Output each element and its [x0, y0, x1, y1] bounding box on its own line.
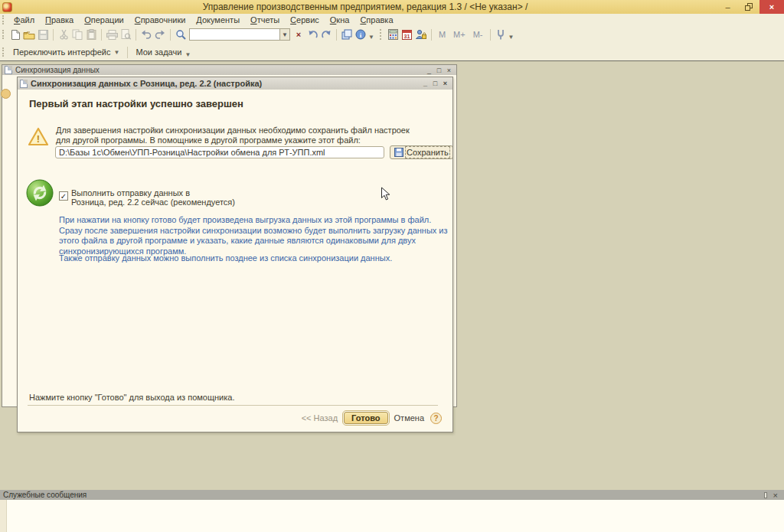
- chevron-down-icon: ▼: [114, 49, 120, 56]
- assistant-window-title: Синхронизация данных с Розница, ред. 2.2…: [31, 79, 420, 88]
- menu-documents[interactable]: Документы: [191, 15, 245, 24]
- finish-button[interactable]: Готово: [344, 412, 387, 424]
- toolbar-grip[interactable]: [380, 29, 383, 40]
- send-now-checkbox-label[interactable]: Выполнить отправку данных в Розница, ред…: [71, 188, 235, 207]
- assistant-body: Первый этап настройки успешно завершен !…: [18, 90, 452, 432]
- find-previous-icon[interactable]: [305, 28, 319, 41]
- pin-icon[interactable]: [764, 492, 767, 498]
- calculator-icon[interactable]: [387, 28, 400, 41]
- sync-assistant-window: Синхронизация данных с Розница, ред. 2.2…: [17, 77, 453, 432]
- app-title: Управление производственным предприятием…: [12, 2, 718, 12]
- window-maximize-button[interactable]: □: [430, 80, 440, 87]
- menu-service[interactable]: Сервис: [285, 15, 325, 24]
- menu-operations[interactable]: Операции: [79, 15, 129, 24]
- menu-reports[interactable]: Отчеты: [245, 15, 285, 24]
- print-icon[interactable]: [105, 28, 119, 41]
- save-button[interactable]: Сохранить: [390, 145, 452, 159]
- save-instruction: Для завершения настройки синхронизации д…: [56, 126, 410, 145]
- toolbar-separator: [336, 29, 337, 41]
- toolbar-grip[interactable]: [2, 47, 5, 57]
- app-titlebar: Управление производственным предприятием…: [0, 0, 784, 14]
- menubar-grip[interactable]: [2, 15, 5, 24]
- user-permissions-icon[interactable]: [414, 28, 428, 41]
- menu-windows[interactable]: Окна: [325, 15, 355, 24]
- sync-list-window-title: Синхронизация данных: [15, 66, 424, 74]
- paste-icon[interactable]: [84, 28, 98, 41]
- save-button-label: Сохранить: [407, 148, 449, 157]
- messages-close-button[interactable]: ×: [773, 491, 778, 500]
- assistant-titlebar[interactable]: Синхронизация данных с Розница, ред. 2.2…: [18, 77, 452, 90]
- chevron-down-icon: ▼: [185, 51, 191, 58]
- toolbar-grip[interactable]: [2, 30, 5, 39]
- copy-icon[interactable]: [70, 28, 84, 41]
- window-maximize-button[interactable]: □: [434, 67, 444, 74]
- app-restore-button[interactable]: [739, 2, 758, 12]
- help-button[interactable]: ?: [430, 413, 442, 424]
- memory-subtract-button[interactable]: M-: [469, 30, 487, 39]
- my-tasks-button[interactable]: Мои задачи ▼: [131, 45, 195, 59]
- svg-text:!: !: [37, 133, 40, 145]
- service-icon[interactable]: [494, 28, 508, 41]
- send-now-label-line2: Розница, ред. 2.2 сейчас (рекомендуется): [71, 197, 235, 207]
- note-primary: При нажатии на кнопку готово будет произ…: [59, 215, 448, 256]
- page-title: Первый этап настройки успешно завершен: [29, 98, 243, 109]
- windows-icon[interactable]: [340, 28, 354, 41]
- memory-recall-button[interactable]: M: [435, 30, 449, 39]
- toolbar-separator: [136, 29, 136, 41]
- open-icon[interactable]: [22, 28, 36, 41]
- window-close-button[interactable]: ×: [440, 80, 450, 87]
- send-now-checkbox[interactable]: [59, 191, 68, 201]
- app-minimize-button[interactable]: –: [718, 2, 737, 12]
- switch-interface-button[interactable]: Переключить интерфейс ▼: [8, 47, 124, 57]
- menu-edit[interactable]: Правка: [40, 15, 79, 24]
- cut-icon[interactable]: [57, 28, 70, 41]
- search-clear-icon[interactable]: ×: [292, 28, 305, 41]
- messages-panel-title: Служебные сообщения: [3, 491, 764, 499]
- window-minimize-button[interactable]: _: [420, 80, 430, 87]
- back-button[interactable]: << Назад: [302, 413, 338, 423]
- cancel-button[interactable]: Отмена: [394, 413, 424, 423]
- toolbar-separator: [101, 29, 102, 41]
- document-icon: [5, 66, 12, 74]
- menu-catalogs[interactable]: Справочники: [129, 15, 191, 24]
- window-minimize-button[interactable]: _: [424, 67, 434, 74]
- search-dropdown-icon[interactable]: ▼: [279, 28, 290, 41]
- restore-icon: [745, 3, 753, 11]
- redo-icon[interactable]: [153, 28, 167, 41]
- toolbar-separator: [431, 29, 432, 41]
- info-icon[interactable]: i: [354, 28, 368, 41]
- window-close-button[interactable]: ×: [444, 67, 454, 74]
- settings-file-path-input[interactable]: [55, 146, 384, 158]
- messages-left-margin: [0, 500, 7, 532]
- app-close-button[interactable]: ×: [760, 0, 784, 14]
- menubar: Файл Правка Операции Справочники Докумен…: [0, 14, 784, 25]
- service-dropdown-icon[interactable]: ▼: [508, 34, 514, 41]
- undo-icon[interactable]: [139, 28, 153, 41]
- document-icon: [20, 80, 28, 88]
- hidden-icon: [1, 89, 11, 99]
- messages-panel-header[interactable]: Служебные сообщения ×: [0, 490, 784, 500]
- find-icon[interactable]: [174, 28, 188, 41]
- menu-help[interactable]: Справка: [354, 15, 398, 24]
- app-1c-logo-icon: [2, 2, 12, 12]
- search-box: ▼: [189, 28, 290, 41]
- new-document-icon[interactable]: [8, 28, 22, 41]
- main-toolbar: ▼ × i ▼ 31 M M+ M- ▼: [0, 25, 784, 44]
- svg-text:31: 31: [404, 34, 410, 39]
- secondary-toolbar: Переключить интерфейс ▼ Мои задачи ▼: [0, 44, 784, 60]
- divider: [28, 405, 438, 406]
- find-next-icon[interactable]: [319, 28, 333, 41]
- calendar-icon[interactable]: 31: [400, 28, 414, 41]
- toolbar-separator: [490, 29, 491, 41]
- info-dropdown-icon[interactable]: ▼: [368, 34, 374, 41]
- save-icon[interactable]: [36, 28, 50, 41]
- mouse-cursor: [381, 187, 390, 204]
- print-preview-icon[interactable]: [119, 28, 132, 41]
- messages-panel-body: [0, 500, 784, 532]
- menu-file[interactable]: Файл: [8, 15, 40, 24]
- save-instruction-line1: Для завершения настройки синхронизации д…: [56, 126, 410, 135]
- sync-list-titlebar[interactable]: Синхронизация данных _ □ ×: [2, 65, 456, 75]
- footer-hint: Нажмите кнопку "Готово" для выхода из по…: [29, 393, 234, 402]
- memory-add-button[interactable]: M+: [449, 30, 469, 39]
- search-input[interactable]: [189, 28, 279, 41]
